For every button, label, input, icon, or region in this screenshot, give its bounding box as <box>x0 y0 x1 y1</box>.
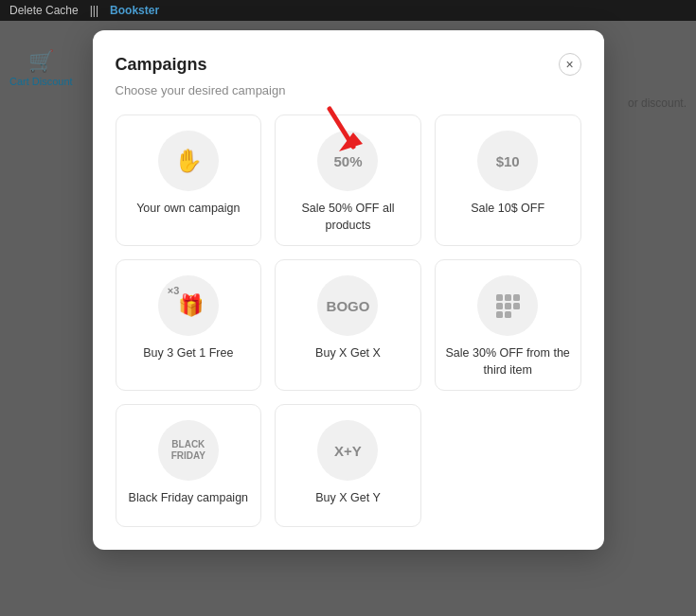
svg-rect-6 <box>505 303 511 309</box>
svg-rect-9 <box>505 311 511 318</box>
hand-icon: ✋ <box>174 148 203 174</box>
delete-cache-link[interactable]: Delete Cache <box>9 4 79 17</box>
campaign-card-sale30[interactable]: Sale 30% OFF from the third item <box>435 259 581 391</box>
svg-rect-5 <box>496 303 503 309</box>
sale50-icon-text: 50% <box>333 153 362 169</box>
separator: ||| <box>90 4 98 17</box>
modal-overlay: Campaigns × Choose your desired campaign… <box>0 21 696 616</box>
buyxgety-icon-text: X+Y <box>334 443 362 459</box>
campaign-card-buyxgety[interactable]: X+Y Buy X Get Y <box>275 404 421 527</box>
svg-rect-4 <box>513 294 520 301</box>
campaign-icon-bogo: BOGO <box>317 275 378 336</box>
campaign-card-own[interactable]: ✋ Your own campaign <box>116 114 262 246</box>
campaign-icon-sale50: 50% <box>317 131 378 191</box>
campaign-icon-sale30 <box>477 275 538 336</box>
campaign-icon-buy3: ×3 🎁 <box>158 275 219 336</box>
modal-subtitle: Choose your desired campaign <box>116 83 581 97</box>
svg-rect-2 <box>496 294 503 301</box>
gift-icon: 🎁 <box>178 293 204 318</box>
bogo-icon-text: BOGO <box>327 298 370 314</box>
campaign-card-buy3[interactable]: ×3 🎁 Buy 3 Get 1 Free <box>116 259 262 391</box>
campaign-icon-own: ✋ <box>158 131 219 191</box>
svg-rect-7 <box>513 303 520 309</box>
campaign-grid: ✋ Your own campaign 50% Sale 50% OFF all… <box>116 114 581 527</box>
modal-title: Campaigns <box>116 55 207 75</box>
campaign-label-buy3: Buy 3 Get 1 Free <box>143 345 233 362</box>
svg-rect-8 <box>496 311 503 318</box>
brand-name: Bookster <box>110 4 159 17</box>
campaign-label-blackfriday: Black Friday campaign <box>129 490 248 507</box>
campaign-label-own: Your own campaign <box>136 201 240 218</box>
campaign-icon-buyxgety: X+Y <box>317 420 378 481</box>
top-bar: Delete Cache ||| Bookster <box>0 0 696 21</box>
modal-header: Campaigns × <box>116 53 581 76</box>
svg-rect-3 <box>505 294 511 301</box>
campaign-card-sale50[interactable]: 50% Sale 50% OFF all products <box>275 114 421 246</box>
blackfriday-icon-text: BLACKFRIDAY <box>171 439 205 462</box>
modal-close-button[interactable]: × <box>559 53 581 76</box>
campaign-icon-sale10: $10 <box>477 131 538 191</box>
campaign-card-blackfriday[interactable]: BLACKFRIDAY Black Friday campaign <box>116 404 262 527</box>
campaign-label-sale10: Sale 10$ OFF <box>471 201 544 218</box>
campaign-label-buyxgety: Buy X Get Y <box>315 490 381 507</box>
sale10-icon-text: $10 <box>496 153 520 169</box>
campaign-label-sale30: Sale 30% OFF from the third item <box>445 345 571 378</box>
campaign-icon-blackfriday: BLACKFRIDAY <box>158 420 219 481</box>
campaign-label-bogo: Buy X Get X <box>315 345 381 362</box>
campaigns-modal: Campaigns × Choose your desired campaign… <box>93 30 604 550</box>
campaign-card-sale10[interactable]: $10 Sale 10$ OFF <box>435 114 581 246</box>
grid-icon <box>494 292 521 319</box>
campaign-card-bogo[interactable]: BOGO Buy X Get X <box>275 259 421 391</box>
campaign-label-sale50: Sale 50% OFF all products <box>285 201 411 234</box>
